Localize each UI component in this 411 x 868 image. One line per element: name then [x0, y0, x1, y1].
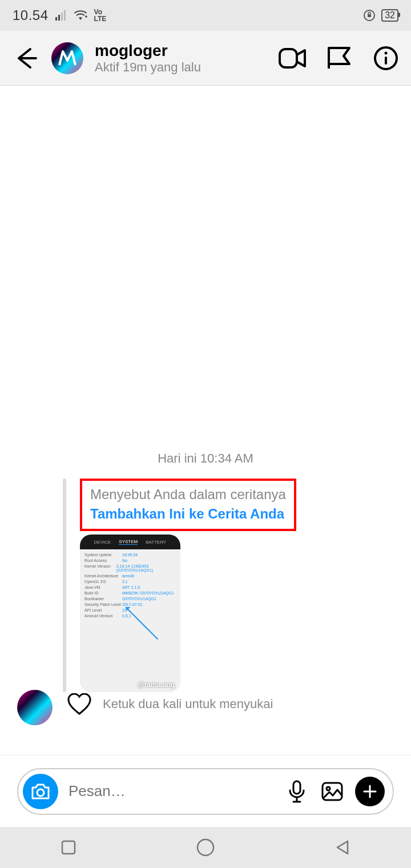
like-hint-text: Ketuk dua kali untuk menyukai: [103, 697, 273, 712]
thumb-info-row: Security Patch Level2017-07-01: [84, 602, 176, 606]
status-bar: 10.54 VoLTE 32: [0, 0, 411, 31]
add-button[interactable]: [355, 777, 385, 806]
svg-point-10: [37, 789, 44, 796]
gallery-button[interactable]: [320, 779, 345, 804]
story-mention-tag: @rama.ang: [138, 681, 175, 689]
thumb-info-row: Kernel Version3.18.14-11902453 (G570YDXU…: [84, 564, 176, 572]
volte-icon: VoLTE: [94, 9, 107, 22]
svg-rect-3: [64, 10, 66, 21]
svg-point-13: [327, 787, 330, 790]
avatar[interactable]: [51, 42, 83, 74]
nav-recent-button[interactable]: [57, 836, 80, 859]
thumb-tab-device: DEVICE: [94, 540, 111, 545]
thumb-info-row: BootloaderG570YDXU1AQG1: [84, 597, 176, 601]
svg-rect-9: [385, 57, 387, 65]
thumb-tab-battery: BATTERY: [146, 540, 166, 545]
voice-button[interactable]: [284, 779, 309, 804]
camera-button[interactable]: [23, 774, 58, 809]
chat-activity-status: Aktif 19m yang lalu: [95, 60, 267, 75]
story-mention-message[interactable]: Menyebut Anda dalam ceritanya Tambahkan …: [63, 479, 296, 692]
composer-area: [0, 755, 411, 827]
back-button[interactable]: [11, 44, 40, 73]
svg-rect-6: [280, 49, 297, 67]
mention-highlight-box: Menyebut Anda dalam ceritanya Tambahkan …: [80, 479, 296, 531]
thumb-info-row: Kernel Architecturearmv8l: [84, 574, 176, 578]
svg-point-15: [198, 839, 213, 855]
video-call-button[interactable]: [279, 45, 306, 72]
svg-rect-5: [368, 14, 371, 17]
svg-rect-11: [293, 781, 300, 794]
like-button[interactable]: [67, 693, 91, 715]
message-input[interactable]: [68, 782, 274, 800]
signal-icon: [55, 10, 67, 21]
wifi-icon: [74, 10, 87, 21]
svg-point-8: [385, 51, 388, 54]
sender-avatar[interactable]: [17, 690, 53, 725]
system-nav-bar: [0, 827, 411, 868]
thumb-info-row: System Uptime18:45:24: [84, 553, 176, 557]
svg-rect-0: [55, 17, 57, 21]
svg-rect-2: [61, 13, 63, 21]
svg-rect-1: [58, 15, 60, 21]
chat-username[interactable]: mogloger: [95, 42, 267, 60]
message-composer: [17, 768, 394, 815]
mention-caption: Menyebut Anda dalam ceritanya: [90, 487, 286, 503]
svg-rect-14: [62, 841, 75, 854]
story-thumbnail[interactable]: DEVICE SYSTEM BATTERY System Uptime18:45…: [80, 535, 180, 692]
nav-back-button[interactable]: [331, 836, 354, 859]
thumb-tab-system: SYSTEM: [119, 539, 138, 545]
thumb-info-row: Build IDMMB29K.G570YDXU1AQG1: [84, 591, 176, 595]
message-timestamp: Hari ini 10:34 AM: [0, 451, 411, 466]
add-to-story-link[interactable]: Tambahkan Ini ke Cerita Anda: [90, 506, 286, 522]
rotation-lock-icon: [363, 9, 376, 22]
chat-body[interactable]: Hari ini 10:34 AM Menyebut Anda dalam ce…: [0, 86, 411, 755]
reply-indicator-bar: [63, 479, 66, 692]
thumb-info-row: Android Version6.0.1: [84, 614, 176, 618]
thumb-info-row: Root AccessNo: [84, 558, 176, 562]
thumb-info-row: Java VMART 2.1.0: [84, 585, 176, 589]
flag-button[interactable]: [325, 45, 353, 72]
status-time: 10.54: [13, 7, 49, 23]
battery-indicator: 32: [381, 9, 398, 22]
info-button[interactable]: [372, 45, 400, 72]
thumb-info-row: OpenGL ES3.1: [84, 580, 176, 584]
nav-home-button[interactable]: [194, 836, 217, 859]
chat-header: mogloger Aktif 19m yang lalu: [0, 31, 411, 86]
